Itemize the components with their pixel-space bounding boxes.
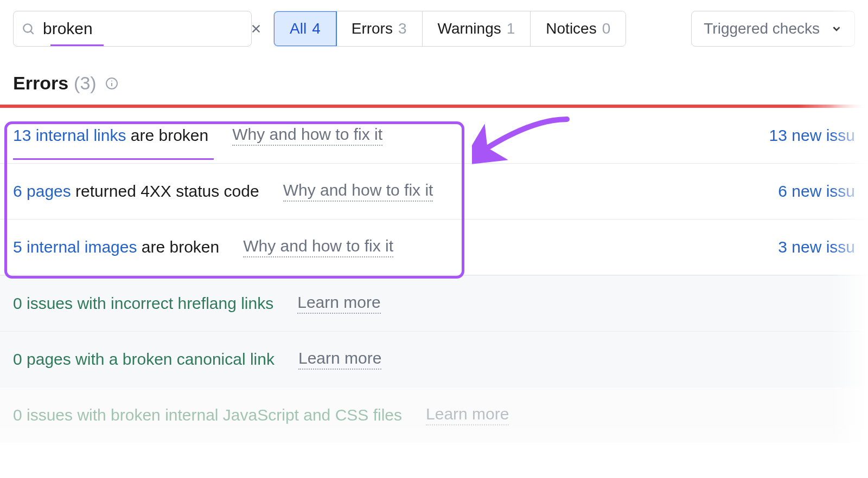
- why-fix-link[interactable]: Why and how to fix it: [232, 125, 382, 146]
- filter-tab-label: Warnings: [438, 20, 501, 37]
- section-title: Errors: [13, 73, 68, 94]
- clear-icon[interactable]: [250, 23, 262, 35]
- issue-text: returned 4XX status code: [71, 182, 259, 200]
- issue-link[interactable]: 13 internal links: [13, 126, 126, 144]
- search-underline-annotation: [50, 44, 104, 46]
- search-input[interactable]: [42, 19, 250, 38]
- new-issues-link[interactable]: 6 new issu: [778, 182, 855, 201]
- info-icon[interactable]: [105, 77, 118, 90]
- issue-row: 0 issues with incorrect hreflang links L…: [0, 275, 868, 331]
- issue-row: 0 pages with a broken canonical link Lea…: [0, 331, 868, 387]
- filter-tab-all[interactable]: All 4: [273, 11, 337, 47]
- filter-tab-label: Notices: [546, 20, 596, 37]
- why-fix-link[interactable]: Why and how to fix it: [243, 237, 393, 257]
- chevron-down-icon: [831, 23, 843, 35]
- learn-more-link[interactable]: Learn more: [298, 349, 381, 370]
- issue-row: 0 issues with broken internal JavaScript…: [0, 387, 868, 443]
- learn-more-link[interactable]: Learn more: [297, 293, 380, 314]
- zero-issue-text: 0 issues with incorrect hreflang links: [13, 294, 273, 313]
- issue-row: 5 internal images are broken Why and how…: [0, 219, 868, 275]
- filter-tab-errors[interactable]: Errors 3: [336, 11, 423, 46]
- new-issues-link[interactable]: 3 new issu: [778, 238, 855, 256]
- section-count: (3): [74, 73, 97, 94]
- zero-issue-text: 0 issues with broken internal JavaScript…: [13, 406, 402, 424]
- search-icon: [21, 22, 35, 36]
- issue-row: 6 pages returned 4XX status code Why and…: [0, 164, 868, 219]
- filter-tab-count: 4: [312, 20, 321, 37]
- svg-point-6: [111, 80, 112, 81]
- issue-link[interactable]: 6 pages: [13, 182, 71, 200]
- issue-row: 13 internal links are broken Why and how…: [0, 108, 868, 164]
- filter-tab-count: 3: [398, 20, 407, 37]
- filter-tab-warnings[interactable]: Warnings 1: [423, 11, 531, 46]
- why-fix-link[interactable]: Why and how to fix it: [283, 181, 433, 202]
- filter-tab-label: All: [290, 20, 307, 37]
- issue-link[interactable]: 5 internal images: [13, 238, 137, 256]
- filter-tab-count: 0: [602, 20, 611, 37]
- triggered-checks-dropdown[interactable]: Triggered checks: [691, 11, 855, 47]
- filter-tabs: All 4 Errors 3 Warnings 1 Notices 0: [273, 11, 626, 47]
- issue-text: are broken: [126, 126, 208, 144]
- triggered-checks-label: Triggered checks: [704, 20, 820, 37]
- filter-tab-notices[interactable]: Notices 0: [531, 11, 626, 46]
- filter-tab-label: Errors: [352, 20, 393, 37]
- search-box[interactable]: [13, 11, 252, 47]
- row-underline-annotation: [13, 158, 214, 160]
- new-issues-link[interactable]: 13 new issu: [769, 126, 855, 145]
- learn-more-link[interactable]: Learn more: [426, 405, 509, 425]
- issue-text: are broken: [137, 238, 219, 256]
- svg-line-1: [31, 31, 34, 34]
- zero-issue-text: 0 pages with a broken canonical link: [13, 350, 275, 369]
- filter-tab-count: 1: [507, 20, 515, 37]
- svg-point-0: [23, 24, 31, 32]
